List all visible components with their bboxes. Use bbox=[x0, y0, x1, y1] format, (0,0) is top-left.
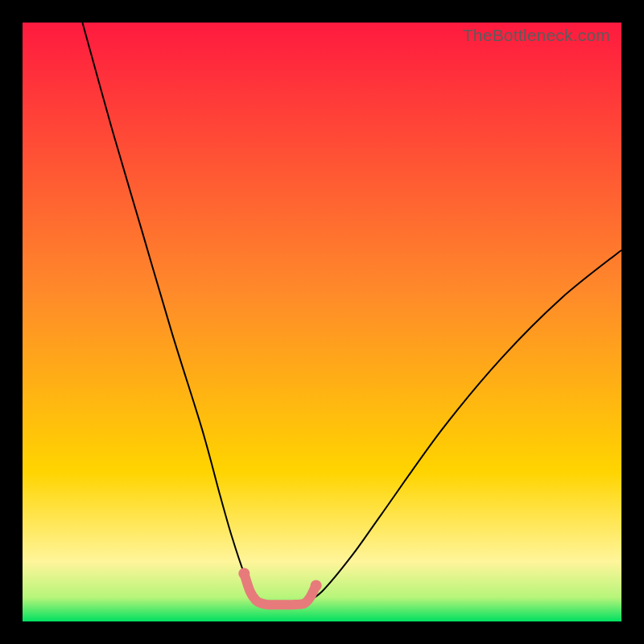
curve-left-branch bbox=[82, 23, 262, 604]
highlight-mid-dot-1 bbox=[299, 599, 308, 608]
highlight-end-dot-1 bbox=[311, 580, 322, 591]
highlight-end-dot-0 bbox=[238, 568, 250, 580]
chart-frame: TheBottleneck.com bbox=[0, 0, 644, 644]
chart-plot-area: TheBottleneck.com bbox=[23, 23, 621, 621]
chart-curves bbox=[23, 23, 621, 621]
highlight-mid-dot-0 bbox=[252, 596, 261, 605]
curve-right-branch bbox=[304, 250, 621, 604]
